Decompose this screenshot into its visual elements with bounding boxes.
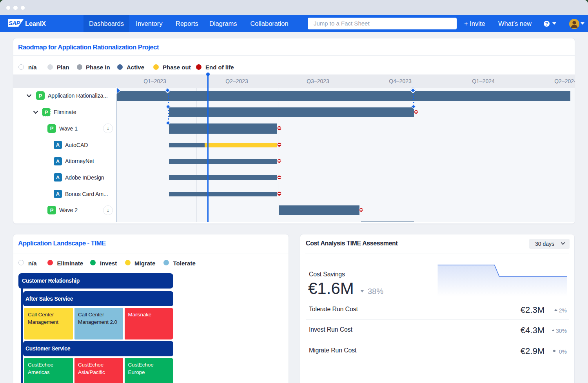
svg-text:SAP: SAP xyxy=(9,20,20,26)
